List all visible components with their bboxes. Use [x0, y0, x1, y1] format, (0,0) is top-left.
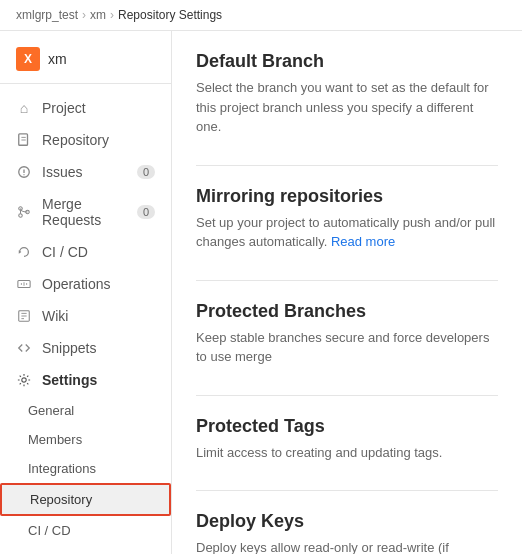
section-title-default-branch: Default Branch	[196, 51, 498, 72]
sidebar-item-merge-requests[interactable]: Merge Requests 0	[0, 188, 171, 236]
section-desc-protected-tags: Limit access to creating and updating ta…	[196, 443, 498, 463]
breadcrumb-sep-2: ›	[110, 8, 114, 22]
sidebar-item-project[interactable]: ⌂ Project	[0, 92, 171, 124]
svg-point-5	[23, 174, 24, 175]
project-name: xm	[48, 51, 67, 67]
section-title-protected-branches: Protected Branches	[196, 301, 498, 322]
svg-point-7	[19, 214, 23, 218]
merge-icon	[16, 204, 32, 220]
sidebar-item-wiki[interactable]: Wiki	[0, 300, 171, 332]
section-deploy-keys: Deploy Keys Deploy keys allow read-only …	[196, 511, 498, 554]
sidebar-label-wiki: Wiki	[42, 308, 68, 324]
section-desc-deploy-keys: Deploy keys allow read-only or read-writ…	[196, 538, 498, 554]
issues-icon	[16, 164, 32, 180]
sidebar: X xm ⌂ Project Repository Issues 0 Merge…	[0, 31, 172, 554]
section-desc-protected-branches: Keep stable branches secure and force de…	[196, 328, 498, 367]
sidebar-label-project: Project	[42, 100, 86, 116]
section-desc-mirroring: Set up your project to automatically pus…	[196, 213, 498, 252]
logo-icon: X	[16, 47, 40, 71]
section-title-deploy-keys: Deploy Keys	[196, 511, 498, 532]
sidebar-item-snippets[interactable]: Snippets	[0, 332, 171, 364]
section-mirroring: Mirroring repositories Set up your proje…	[196, 186, 498, 252]
breadcrumb: xmlgrp_test › xm › Repository Settings	[0, 0, 522, 31]
issues-badge: 0	[137, 165, 155, 179]
sidebar-logo[interactable]: X xm	[0, 39, 171, 84]
section-default-branch: Default Branch Select the branch you wan…	[196, 51, 498, 137]
divider-2	[196, 280, 498, 281]
breadcrumb-current: Repository Settings	[118, 8, 222, 22]
settings-submenu: General Members Integrations Repository …	[0, 396, 171, 554]
breadcrumb-link-root[interactable]: xmlgrp_test	[16, 8, 78, 22]
sidebar-item-cicd[interactable]: CI / CD	[0, 236, 171, 268]
sidebar-label-snippets: Snippets	[42, 340, 96, 356]
home-icon: ⌂	[16, 100, 32, 116]
sidebar-label-issues: Issues	[42, 164, 82, 180]
submenu-operations[interactable]: Operations	[0, 545, 171, 554]
section-protected-branches: Protected Branches Keep stable branches …	[196, 301, 498, 367]
divider-4	[196, 490, 498, 491]
submenu-members[interactable]: Members	[0, 425, 171, 454]
section-title-mirroring: Mirroring repositories	[196, 186, 498, 207]
sidebar-label-repository: Repository	[42, 132, 109, 148]
sidebar-label-cicd: CI / CD	[42, 244, 88, 260]
breadcrumb-sep-1: ›	[82, 8, 86, 22]
sidebar-item-settings[interactable]: Settings	[0, 364, 171, 396]
sidebar-item-issues[interactable]: Issues 0	[0, 156, 171, 188]
section-title-protected-tags: Protected Tags	[196, 416, 498, 437]
main-content: Default Branch Select the branch you wan…	[172, 31, 522, 554]
submenu-general[interactable]: General	[0, 396, 171, 425]
ops-icon	[16, 276, 32, 292]
snippets-icon	[16, 340, 32, 356]
mirroring-read-more-link[interactable]: Read more	[331, 234, 395, 249]
sidebar-item-repository[interactable]: Repository	[0, 124, 171, 156]
book-icon	[16, 132, 32, 148]
divider-1	[196, 165, 498, 166]
section-protected-tags: Protected Tags Limit access to creating …	[196, 416, 498, 463]
submenu-integrations[interactable]: Integrations	[0, 454, 171, 483]
cicd-icon	[16, 244, 32, 260]
merge-badge: 0	[137, 205, 155, 219]
wiki-icon	[16, 308, 32, 324]
divider-3	[196, 395, 498, 396]
submenu-repository[interactable]: Repository	[0, 483, 171, 516]
submenu-cicd[interactable]: CI / CD	[0, 516, 171, 545]
sidebar-item-operations[interactable]: Operations	[0, 268, 171, 300]
gear-icon	[16, 372, 32, 388]
svg-point-19	[22, 378, 26, 382]
sidebar-label-settings: Settings	[42, 372, 97, 388]
section-desc-default-branch: Select the branch you want to set as the…	[196, 78, 498, 137]
breadcrumb-link-project[interactable]: xm	[90, 8, 106, 22]
sidebar-label-operations: Operations	[42, 276, 110, 292]
sidebar-label-merge: Merge Requests	[42, 196, 127, 228]
